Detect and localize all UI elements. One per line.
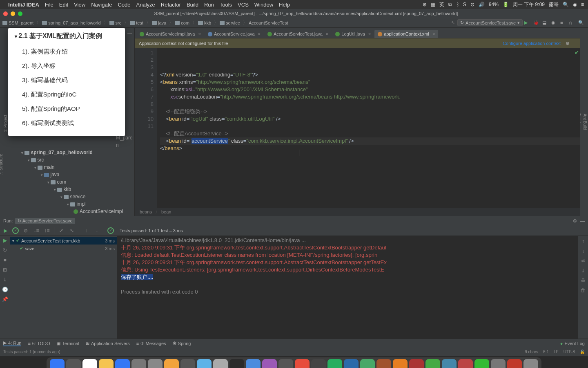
clock[interactable]: 周一 下午 9:09 bbox=[513, 1, 545, 8]
editor-tab[interactable]: AccountService.java× bbox=[205, 30, 264, 38]
crumb[interactable]: com bbox=[175, 20, 189, 25]
next-test-button[interactable]: ↓ bbox=[93, 227, 100, 234]
menu-view[interactable]: View bbox=[74, 2, 85, 8]
zoom-window-button[interactable] bbox=[18, 11, 22, 16]
outline-item[interactable]: 6). 编写测试类测试 bbox=[15, 116, 118, 130]
dock-app-icon[interactable] bbox=[393, 359, 408, 368]
code-body[interactable]: <?xml version="1.0" encoding="UTF-8"?><b… bbox=[157, 48, 580, 208]
dock-app-icon[interactable] bbox=[442, 359, 457, 368]
crumb[interactable]: src bbox=[109, 20, 122, 25]
nav-back-icon[interactable]: ↖ bbox=[451, 20, 455, 25]
search-button[interactable]: 🔍 bbox=[578, 20, 584, 26]
menu-tools[interactable]: Tools bbox=[220, 2, 232, 8]
bluetooth-icon[interactable]: ᛒ bbox=[456, 2, 459, 7]
tool-tab-spring[interactable]: ❀ Spring bbox=[173, 341, 191, 346]
editor-tab[interactable]: LogUtil.java× bbox=[332, 30, 374, 38]
project-tree[interactable]: M_parent n spring_07_aop_helloworld src … bbox=[8, 132, 134, 218]
close-icon[interactable]: × bbox=[432, 31, 435, 36]
menu-vcs[interactable]: VCS bbox=[238, 2, 249, 8]
outline-item[interactable]: 5). 配置Spring的AOP bbox=[15, 102, 118, 116]
dock-app-icon[interactable] bbox=[523, 359, 538, 368]
dock-app-icon[interactable] bbox=[344, 359, 359, 368]
toggle-pass-button[interactable]: ✓ bbox=[12, 227, 19, 234]
tool-tab-project[interactable]: 1: Project bbox=[3, 31, 8, 216]
close-icon[interactable]: × bbox=[258, 31, 261, 36]
prev-test-button[interactable]: ↑ bbox=[82, 227, 90, 234]
run-tab[interactable]: ↻ AccountServiceTest.save bbox=[15, 218, 75, 224]
tool-tab-todo[interactable]: ≡ 6: TODO bbox=[28, 341, 50, 346]
menu-file[interactable]: File bbox=[45, 2, 53, 8]
dock-app-icon[interactable] bbox=[491, 359, 506, 368]
app-name[interactable]: IntelliJ IDEA bbox=[8, 2, 39, 8]
tree-node-peek[interactable]: n bbox=[10, 141, 133, 149]
hide-icon[interactable]: — bbox=[127, 30, 132, 35]
crumb[interactable]: SSM_parent bbox=[2, 20, 33, 25]
crumb[interactable]: AccountServiceTest bbox=[249, 20, 288, 25]
status-encoding[interactable]: UTF-8 bbox=[564, 350, 575, 354]
crumb[interactable]: service bbox=[220, 20, 240, 25]
gear-icon[interactable]: ⚙ bbox=[566, 41, 570, 46]
menu-code[interactable]: Code bbox=[118, 2, 130, 8]
run-button[interactable]: ▶ bbox=[524, 20, 530, 26]
menu-refactor[interactable]: Refactor bbox=[161, 2, 181, 8]
hide-icon[interactable]: — bbox=[580, 218, 585, 223]
dock-app-icon[interactable] bbox=[115, 359, 130, 368]
battery-percent[interactable]: 94% bbox=[489, 2, 499, 7]
status-pos[interactable]: 6:1 bbox=[543, 350, 549, 354]
crumb[interactable]: spring_07_aop_helloworld bbox=[42, 20, 100, 25]
stop-button[interactable]: ■ bbox=[560, 20, 566, 26]
run-config-selector[interactable]: ↻ AccountServiceTest.save ▾ bbox=[457, 19, 523, 26]
dock-app-icon[interactable] bbox=[66, 359, 81, 368]
export-icon[interactable]: ⤓ bbox=[2, 277, 8, 283]
pin-icon[interactable]: 📌 bbox=[2, 296, 8, 303]
crumb[interactable]: kkb bbox=[198, 20, 211, 25]
outline-item[interactable]: 4). 配置Spring的IoC bbox=[15, 88, 118, 102]
dock-app-icon[interactable] bbox=[262, 359, 277, 368]
menu-run[interactable]: Run bbox=[204, 2, 214, 8]
test-tree-row[interactable]: ▾ ✔ AccountServiceTest (com.kkb 3 ms bbox=[10, 237, 117, 245]
minimize-window-button[interactable] bbox=[11, 11, 15, 16]
tool-tab-messages[interactable]: ≡ 0: Messages bbox=[136, 341, 166, 346]
tree-node[interactable]: main bbox=[10, 164, 133, 171]
up-icon[interactable]: ↑ bbox=[582, 238, 584, 244]
dock-app-icon[interactable] bbox=[311, 359, 326, 368]
menu-navigate[interactable]: Navigate bbox=[91, 2, 112, 8]
dock-app-icon[interactable] bbox=[507, 359, 522, 368]
crumb[interactable]: test bbox=[130, 20, 143, 25]
toggle-icon[interactable]: ↻ bbox=[2, 247, 8, 254]
debug-button[interactable]: 🐞 bbox=[533, 20, 539, 26]
close-icon[interactable]: × bbox=[198, 31, 200, 36]
crumb[interactable]: java bbox=[152, 20, 166, 25]
dock-app-icon[interactable] bbox=[180, 359, 195, 368]
menu-build[interactable]: Build bbox=[187, 2, 198, 8]
dock-app-icon[interactable] bbox=[278, 359, 293, 368]
tree-node[interactable]: impl bbox=[10, 200, 133, 208]
dock-app-icon[interactable] bbox=[376, 359, 391, 368]
down-icon[interactable]: ↓ bbox=[582, 248, 584, 254]
tree-node[interactable]: kkb bbox=[10, 186, 133, 193]
inspection-ok-icon[interactable]: ✔ bbox=[575, 49, 579, 56]
battery-icon[interactable]: 🔋 bbox=[503, 2, 509, 7]
tool-tab-run[interactable]: ▶ 4: Run bbox=[3, 340, 21, 346]
close-icon[interactable]: × bbox=[326, 31, 328, 36]
test-tree[interactable]: ▾ ✔ AccountServiceTest (com.kkb 3 ms ✔ s… bbox=[10, 236, 118, 339]
dock-app-icon[interactable] bbox=[148, 359, 163, 368]
sort-button[interactable]: ↓≡ bbox=[33, 227, 40, 234]
outline-item[interactable]: 2). 导入坐标 bbox=[15, 59, 118, 73]
volume-icon[interactable]: 🔊 bbox=[479, 2, 485, 7]
tree-node[interactable]: com bbox=[10, 178, 133, 186]
rerun-icon[interactable]: ▶ bbox=[2, 238, 8, 244]
gear-icon[interactable]: ⚙ bbox=[573, 218, 577, 224]
tree-node[interactable]: src bbox=[10, 156, 133, 164]
expand-all-button[interactable]: ⤢ bbox=[58, 227, 65, 234]
vcs-button[interactable]: ⎌ bbox=[569, 20, 575, 26]
siri-icon[interactable]: ◉ bbox=[573, 2, 577, 7]
tree-node[interactable]: spring_07_aop_helloworld bbox=[10, 149, 133, 156]
dock-app-icon[interactable] bbox=[131, 359, 146, 368]
history-icon[interactable]: 🕓 bbox=[2, 287, 8, 293]
input-method-icon[interactable]: 英 bbox=[439, 1, 444, 8]
rerun-button[interactable]: ▶ bbox=[2, 227, 9, 234]
outline-item[interactable]: 1). 案例需求介绍 bbox=[15, 45, 118, 59]
dock-app-icon[interactable] bbox=[425, 359, 440, 368]
tool-tab-appservers[interactable]: ⊞ Application Servers bbox=[86, 341, 130, 346]
